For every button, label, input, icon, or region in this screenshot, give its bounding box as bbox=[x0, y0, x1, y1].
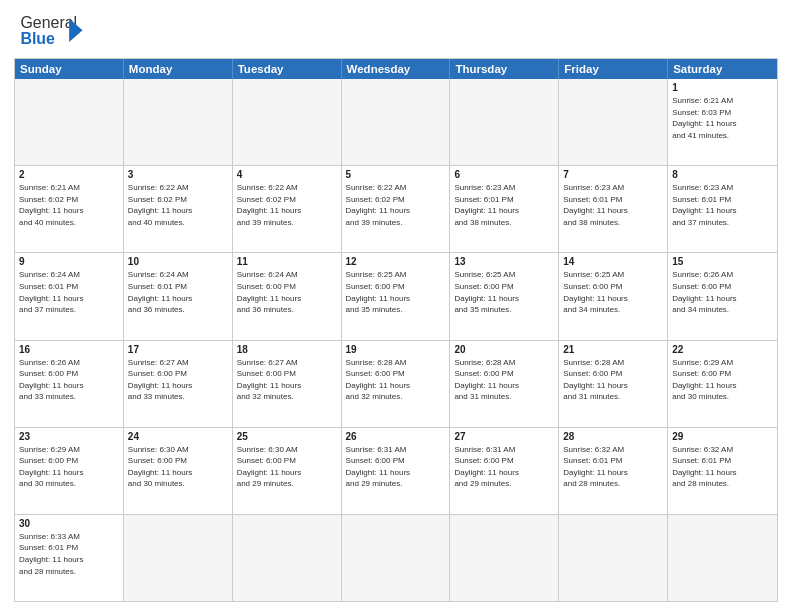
calendar-cell: 26Sunrise: 6:31 AM Sunset: 6:00 PM Dayli… bbox=[342, 428, 451, 514]
calendar-cell: 6Sunrise: 6:23 AM Sunset: 6:01 PM Daylig… bbox=[450, 166, 559, 252]
day-number: 4 bbox=[237, 169, 337, 180]
day-number: 14 bbox=[563, 256, 663, 267]
day-info: Sunrise: 6:28 AM Sunset: 6:00 PM Dayligh… bbox=[563, 357, 663, 403]
day-info: Sunrise: 6:23 AM Sunset: 6:01 PM Dayligh… bbox=[563, 182, 663, 228]
calendar-cell: 5Sunrise: 6:22 AM Sunset: 6:02 PM Daylig… bbox=[342, 166, 451, 252]
calendar-header: SundayMondayTuesdayWednesdayThursdayFrid… bbox=[15, 59, 777, 79]
svg-text:Blue: Blue bbox=[20, 30, 55, 47]
calendar-cell: 20Sunrise: 6:28 AM Sunset: 6:00 PM Dayli… bbox=[450, 341, 559, 427]
calendar-cell bbox=[15, 79, 124, 165]
day-number: 8 bbox=[672, 169, 773, 180]
day-info: Sunrise: 6:24 AM Sunset: 6:00 PM Dayligh… bbox=[237, 269, 337, 315]
calendar-cell: 12Sunrise: 6:25 AM Sunset: 6:00 PM Dayli… bbox=[342, 253, 451, 339]
day-number: 3 bbox=[128, 169, 228, 180]
day-info: Sunrise: 6:27 AM Sunset: 6:00 PM Dayligh… bbox=[128, 357, 228, 403]
calendar-row: 9Sunrise: 6:24 AM Sunset: 6:01 PM Daylig… bbox=[15, 253, 777, 340]
day-info: Sunrise: 6:33 AM Sunset: 6:01 PM Dayligh… bbox=[19, 531, 119, 577]
day-number: 12 bbox=[346, 256, 446, 267]
day-number: 5 bbox=[346, 169, 446, 180]
day-number: 29 bbox=[672, 431, 773, 442]
day-info: Sunrise: 6:28 AM Sunset: 6:00 PM Dayligh… bbox=[346, 357, 446, 403]
day-info: Sunrise: 6:21 AM Sunset: 6:03 PM Dayligh… bbox=[672, 95, 773, 141]
day-info: Sunrise: 6:31 AM Sunset: 6:00 PM Dayligh… bbox=[454, 444, 554, 490]
day-info: Sunrise: 6:23 AM Sunset: 6:01 PM Dayligh… bbox=[672, 182, 773, 228]
calendar-body: 1Sunrise: 6:21 AM Sunset: 6:03 PM Daylig… bbox=[15, 79, 777, 601]
day-number: 16 bbox=[19, 344, 119, 355]
day-number: 17 bbox=[128, 344, 228, 355]
day-info: Sunrise: 6:28 AM Sunset: 6:00 PM Dayligh… bbox=[454, 357, 554, 403]
calendar-cell: 13Sunrise: 6:25 AM Sunset: 6:00 PM Dayli… bbox=[450, 253, 559, 339]
calendar-cell: 29Sunrise: 6:32 AM Sunset: 6:01 PM Dayli… bbox=[668, 428, 777, 514]
day-number: 23 bbox=[19, 431, 119, 442]
day-info: Sunrise: 6:21 AM Sunset: 6:02 PM Dayligh… bbox=[19, 182, 119, 228]
calendar-cell: 18Sunrise: 6:27 AM Sunset: 6:00 PM Dayli… bbox=[233, 341, 342, 427]
day-number: 22 bbox=[672, 344, 773, 355]
calendar-cell bbox=[450, 515, 559, 601]
day-info: Sunrise: 6:23 AM Sunset: 6:01 PM Dayligh… bbox=[454, 182, 554, 228]
logo: GeneralBlue bbox=[14, 10, 94, 52]
calendar-cell bbox=[124, 79, 233, 165]
calendar-cell: 14Sunrise: 6:25 AM Sunset: 6:00 PM Dayli… bbox=[559, 253, 668, 339]
day-info: Sunrise: 6:31 AM Sunset: 6:00 PM Dayligh… bbox=[346, 444, 446, 490]
calendar-cell: 30Sunrise: 6:33 AM Sunset: 6:01 PM Dayli… bbox=[15, 515, 124, 601]
calendar: SundayMondayTuesdayWednesdayThursdayFrid… bbox=[14, 58, 778, 602]
day-number: 10 bbox=[128, 256, 228, 267]
calendar-cell: 15Sunrise: 6:26 AM Sunset: 6:00 PM Dayli… bbox=[668, 253, 777, 339]
calendar-cell: 23Sunrise: 6:29 AM Sunset: 6:00 PM Dayli… bbox=[15, 428, 124, 514]
day-info: Sunrise: 6:26 AM Sunset: 6:00 PM Dayligh… bbox=[19, 357, 119, 403]
calendar-cell: 27Sunrise: 6:31 AM Sunset: 6:00 PM Dayli… bbox=[450, 428, 559, 514]
calendar-cell bbox=[450, 79, 559, 165]
day-number: 7 bbox=[563, 169, 663, 180]
day-number: 15 bbox=[672, 256, 773, 267]
day-info: Sunrise: 6:32 AM Sunset: 6:01 PM Dayligh… bbox=[672, 444, 773, 490]
day-info: Sunrise: 6:30 AM Sunset: 6:00 PM Dayligh… bbox=[237, 444, 337, 490]
day-info: Sunrise: 6:22 AM Sunset: 6:02 PM Dayligh… bbox=[128, 182, 228, 228]
weekday-header: Saturday bbox=[668, 59, 777, 79]
calendar-row: 1Sunrise: 6:21 AM Sunset: 6:03 PM Daylig… bbox=[15, 79, 777, 166]
calendar-cell: 28Sunrise: 6:32 AM Sunset: 6:01 PM Dayli… bbox=[559, 428, 668, 514]
day-info: Sunrise: 6:22 AM Sunset: 6:02 PM Dayligh… bbox=[237, 182, 337, 228]
calendar-cell: 2Sunrise: 6:21 AM Sunset: 6:02 PM Daylig… bbox=[15, 166, 124, 252]
day-number: 2 bbox=[19, 169, 119, 180]
calendar-cell bbox=[342, 515, 451, 601]
calendar-cell: 11Sunrise: 6:24 AM Sunset: 6:00 PM Dayli… bbox=[233, 253, 342, 339]
day-number: 9 bbox=[19, 256, 119, 267]
day-info: Sunrise: 6:29 AM Sunset: 6:00 PM Dayligh… bbox=[19, 444, 119, 490]
page: GeneralBlue SundayMondayTuesdayWednesday… bbox=[0, 0, 792, 612]
day-number: 13 bbox=[454, 256, 554, 267]
day-info: Sunrise: 6:24 AM Sunset: 6:01 PM Dayligh… bbox=[128, 269, 228, 315]
day-info: Sunrise: 6:22 AM Sunset: 6:02 PM Dayligh… bbox=[346, 182, 446, 228]
calendar-cell: 8Sunrise: 6:23 AM Sunset: 6:01 PM Daylig… bbox=[668, 166, 777, 252]
header: GeneralBlue bbox=[14, 10, 778, 52]
calendar-cell: 21Sunrise: 6:28 AM Sunset: 6:00 PM Dayli… bbox=[559, 341, 668, 427]
day-number: 11 bbox=[237, 256, 337, 267]
calendar-cell: 19Sunrise: 6:28 AM Sunset: 6:00 PM Dayli… bbox=[342, 341, 451, 427]
day-number: 18 bbox=[237, 344, 337, 355]
calendar-row: 2Sunrise: 6:21 AM Sunset: 6:02 PM Daylig… bbox=[15, 166, 777, 253]
calendar-cell: 1Sunrise: 6:21 AM Sunset: 6:03 PM Daylig… bbox=[668, 79, 777, 165]
day-number: 26 bbox=[346, 431, 446, 442]
day-number: 28 bbox=[563, 431, 663, 442]
day-number: 27 bbox=[454, 431, 554, 442]
calendar-cell bbox=[233, 515, 342, 601]
calendar-cell bbox=[233, 79, 342, 165]
weekday-header: Sunday bbox=[15, 59, 124, 79]
day-info: Sunrise: 6:25 AM Sunset: 6:00 PM Dayligh… bbox=[346, 269, 446, 315]
calendar-cell: 24Sunrise: 6:30 AM Sunset: 6:00 PM Dayli… bbox=[124, 428, 233, 514]
day-info: Sunrise: 6:30 AM Sunset: 6:00 PM Dayligh… bbox=[128, 444, 228, 490]
day-info: Sunrise: 6:25 AM Sunset: 6:00 PM Dayligh… bbox=[454, 269, 554, 315]
weekday-header: Friday bbox=[559, 59, 668, 79]
day-info: Sunrise: 6:25 AM Sunset: 6:00 PM Dayligh… bbox=[563, 269, 663, 315]
weekday-header: Thursday bbox=[450, 59, 559, 79]
calendar-row: 23Sunrise: 6:29 AM Sunset: 6:00 PM Dayli… bbox=[15, 428, 777, 515]
calendar-cell: 7Sunrise: 6:23 AM Sunset: 6:01 PM Daylig… bbox=[559, 166, 668, 252]
calendar-cell: 17Sunrise: 6:27 AM Sunset: 6:00 PM Dayli… bbox=[124, 341, 233, 427]
day-number: 30 bbox=[19, 518, 119, 529]
calendar-cell bbox=[668, 515, 777, 601]
calendar-cell: 9Sunrise: 6:24 AM Sunset: 6:01 PM Daylig… bbox=[15, 253, 124, 339]
calendar-cell bbox=[342, 79, 451, 165]
day-number: 21 bbox=[563, 344, 663, 355]
calendar-cell bbox=[559, 515, 668, 601]
day-info: Sunrise: 6:27 AM Sunset: 6:00 PM Dayligh… bbox=[237, 357, 337, 403]
day-number: 25 bbox=[237, 431, 337, 442]
